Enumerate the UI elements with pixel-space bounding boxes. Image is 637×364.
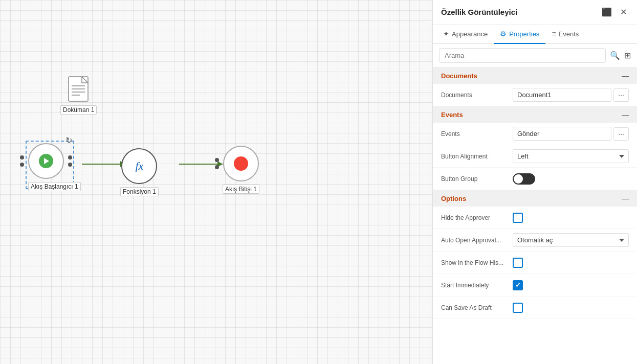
- documents-prop-row: Documents ···: [433, 84, 637, 106]
- start-node[interactable]: Akış Başlangıcı 1: [28, 143, 81, 191]
- canvas-area: Doküman 1 ↻ Akış Başlangıcı 1 fx Fonksiy…: [0, 0, 432, 364]
- search-input[interactable]: [439, 48, 606, 63]
- start-immediately-value: [513, 280, 629, 290]
- function-node-label: Fonksiyon 1: [120, 187, 159, 196]
- function-node[interactable]: fx Fonksiyon 1: [120, 148, 159, 196]
- events-prop-row: Events ···: [433, 123, 637, 145]
- tab-properties[interactable]: ⚙ Properties: [494, 25, 545, 44]
- can-save-checkbox[interactable]: [513, 303, 523, 313]
- auto-open-select[interactable]: Otomatik aç: [513, 233, 629, 247]
- port-in-2: [20, 163, 24, 167]
- document-icon: [68, 76, 90, 102]
- panel-header: Özellik Görüntüleyici ⬛ ✕: [433, 0, 637, 25]
- end-port-in-1: [215, 158, 219, 162]
- events-collapse-btn[interactable]: —: [622, 110, 629, 119]
- toggle-thumb: [514, 174, 523, 184]
- port-in-1: [20, 155, 24, 160]
- show-flow-checkbox[interactable]: [513, 258, 523, 268]
- arrow-start-func: [82, 164, 125, 165]
- documents-dots-btn[interactable]: ···: [613, 88, 629, 102]
- tab-appearance[interactable]: ✦ Appearance: [437, 25, 494, 44]
- button-group-label: Button Group: [441, 175, 513, 183]
- panel-content: Documents — Documents ··· Events — Event…: [433, 67, 637, 364]
- events-dots-btn[interactable]: ···: [613, 127, 629, 141]
- show-flow-label: Show in the Flow His...: [441, 259, 513, 266]
- start-immediately-checkbox[interactable]: [513, 280, 523, 290]
- start-play-icon: [39, 154, 53, 168]
- layout-toggle-button[interactable]: ⊞: [624, 51, 631, 60]
- tab-appearance-label: Appearance: [452, 30, 488, 38]
- hide-approver-label: Hide the Approver: [441, 214, 513, 221]
- hide-approver-row: Hide the Approver: [433, 207, 637, 229]
- properties-icon: ⚙: [500, 30, 507, 38]
- can-save-value: [513, 303, 629, 313]
- events-section-header: Events —: [433, 106, 637, 123]
- tab-events[interactable]: ≡ Events: [545, 25, 585, 44]
- documents-value-container: ···: [513, 88, 629, 102]
- function-icon: fx: [121, 148, 157, 184]
- events-input[interactable]: [513, 127, 611, 141]
- auto-open-row: Auto Open Approval... Otomatik aç: [433, 229, 637, 252]
- events-value-container: ···: [513, 127, 629, 141]
- options-section-header: Options —: [433, 190, 637, 207]
- options-collapse-btn[interactable]: —: [622, 194, 629, 202]
- tab-bar: ✦ Appearance ⚙ Properties ≡ Events: [433, 25, 637, 44]
- button-alignment-select[interactable]: Left Center Right: [513, 149, 629, 163]
- button-group-row: Button Group: [433, 168, 637, 190]
- pin-button[interactable]: ⬛: [600, 6, 614, 18]
- auto-open-label: Auto Open Approval...: [441, 237, 513, 244]
- button-group-value: [513, 173, 629, 185]
- panel-header-actions: ⬛ ✕: [600, 6, 629, 18]
- document-node[interactable]: Doküman 1: [60, 76, 97, 115]
- options-section-title: Options: [441, 195, 466, 202]
- events-label: Events: [441, 130, 513, 138]
- events-section-title: Events: [441, 111, 463, 119]
- documents-label: Documents: [441, 92, 513, 99]
- tab-properties-label: Properties: [509, 30, 539, 38]
- tab-events-label: Events: [559, 30, 579, 38]
- button-alignment-label: Button Alignment: [441, 153, 513, 160]
- button-alignment-row: Button Alignment Left Center Right: [433, 145, 637, 168]
- search-button[interactable]: 🔍: [610, 51, 620, 60]
- end-node-label: Akış Bitişi 1: [223, 185, 259, 194]
- hide-approver-value: [513, 213, 629, 223]
- end-port-in-2: [215, 165, 219, 169]
- button-alignment-value: Left Center Right: [513, 149, 629, 163]
- documents-section-title: Documents: [441, 72, 477, 80]
- search-bar: 🔍 ⊞: [433, 44, 637, 67]
- documents-section-header: Documents —: [433, 67, 637, 84]
- document-node-label: Doküman 1: [60, 105, 97, 115]
- start-immediately-label: Start Immediately: [441, 282, 513, 289]
- start-immediately-row: Start Immediately: [433, 274, 637, 297]
- show-flow-row: Show in the Flow His...: [433, 252, 637, 274]
- show-flow-value: [513, 258, 629, 268]
- end-stop-icon: [234, 156, 248, 171]
- auto-open-value: Otomatik aç: [513, 233, 629, 247]
- appearance-icon: ✦: [443, 30, 449, 38]
- documents-collapse-btn[interactable]: —: [622, 72, 629, 80]
- events-icon: ≡: [552, 30, 556, 38]
- can-save-label: Can Save As Draft: [441, 304, 513, 311]
- right-panel: Özellik Görüntüleyici ⬛ ✕ ✦ Appearance ⚙…: [432, 0, 637, 364]
- port-out-1: [68, 155, 72, 160]
- hide-approver-checkbox[interactable]: [513, 213, 523, 223]
- can-save-row: Can Save As Draft: [433, 297, 637, 319]
- documents-input[interactable]: [513, 88, 611, 102]
- panel-title: Özellik Görüntüleyici: [441, 8, 517, 16]
- port-out-2: [68, 163, 72, 167]
- start-node-label: Akış Başlangıcı 1: [28, 182, 81, 191]
- close-button[interactable]: ✕: [618, 6, 629, 18]
- end-node[interactable]: Akış Bitişi 1: [223, 146, 259, 194]
- button-group-toggle[interactable]: [513, 173, 535, 185]
